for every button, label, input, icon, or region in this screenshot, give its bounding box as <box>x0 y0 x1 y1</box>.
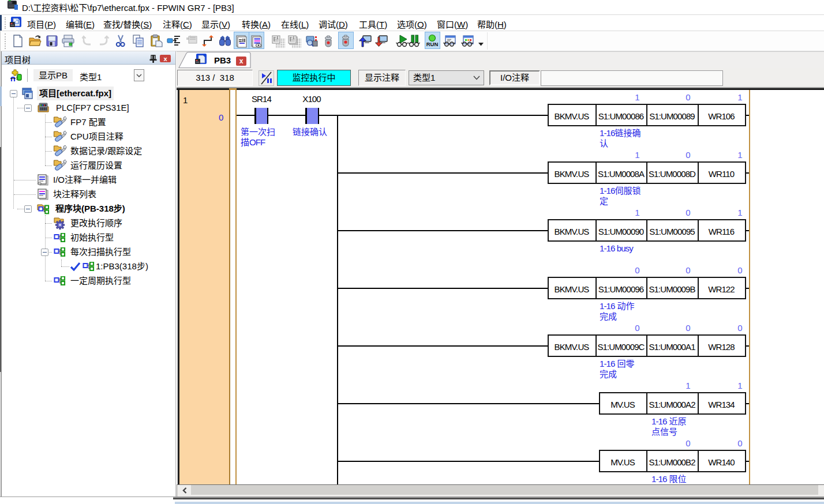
svg-text:RUN: RUN <box>426 41 439 47</box>
